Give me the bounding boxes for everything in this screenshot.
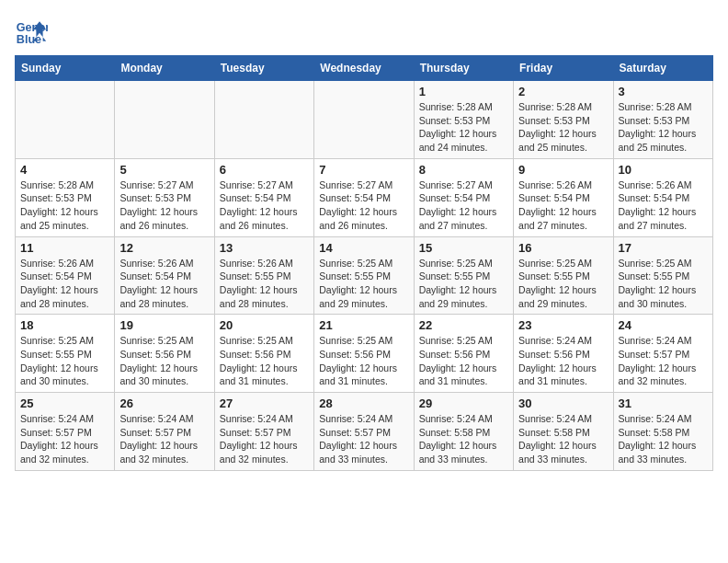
day-number: 25 (20, 396, 109, 410)
calendar-cell: 12Sunrise: 5:26 AM Sunset: 5:54 PM Dayli… (115, 236, 214, 315)
day-info: Sunrise: 5:27 AM Sunset: 5:54 PM Dayligh… (419, 178, 508, 233)
calendar-cell: 13Sunrise: 5:26 AM Sunset: 5:55 PM Dayli… (214, 236, 313, 315)
calendar-week-1: 1Sunrise: 5:28 AM Sunset: 5:53 PM Daylig… (16, 81, 713, 159)
day-number: 6 (220, 163, 309, 177)
calendar-week-4: 18Sunrise: 5:25 AM Sunset: 5:55 PM Dayli… (16, 315, 713, 393)
calendar-week-5: 25Sunrise: 5:24 AM Sunset: 5:57 PM Dayli… (16, 393, 713, 471)
day-number: 19 (119, 318, 209, 332)
day-number: 2 (518, 85, 608, 98)
day-info: Sunrise: 5:24 AM Sunset: 5:58 PM Dayligh… (518, 412, 608, 466)
day-info: Sunrise: 5:24 AM Sunset: 5:57 PM Dayligh… (319, 412, 408, 466)
calendar-cell (214, 81, 313, 159)
day-info: Sunrise: 5:25 AM Sunset: 5:55 PM Dayligh… (419, 257, 508, 311)
day-number: 22 (419, 318, 508, 332)
calendar-cell: 17Sunrise: 5:25 AM Sunset: 5:55 PM Dayli… (613, 236, 712, 315)
logo: General Blue (15, 15, 48, 48)
day-number: 17 (619, 241, 708, 255)
calendar-cell: 7Sunrise: 5:27 AM Sunset: 5:54 PM Daylig… (314, 158, 414, 236)
day-info: Sunrise: 5:25 AM Sunset: 5:56 PM Dayligh… (220, 334, 309, 388)
day-number: 29 (419, 396, 508, 410)
calendar-cell: 26Sunrise: 5:24 AM Sunset: 5:57 PM Dayli… (115, 393, 214, 471)
calendar-week-2: 4Sunrise: 5:28 AM Sunset: 5:53 PM Daylig… (16, 158, 713, 236)
weekday-header-monday: Monday (115, 56, 214, 81)
day-number: 31 (619, 396, 708, 410)
calendar-cell: 8Sunrise: 5:27 AM Sunset: 5:54 PM Daylig… (414, 158, 513, 236)
day-info: Sunrise: 5:25 AM Sunset: 5:55 PM Dayligh… (319, 257, 408, 311)
day-info: Sunrise: 5:28 AM Sunset: 5:53 PM Dayligh… (20, 178, 109, 233)
day-number: 1 (419, 85, 508, 98)
day-info: Sunrise: 5:28 AM Sunset: 5:53 PM Dayligh… (419, 100, 508, 155)
calendar-cell: 18Sunrise: 5:25 AM Sunset: 5:55 PM Dayli… (16, 315, 115, 393)
calendar-cell (115, 81, 214, 159)
calendar-cell: 14Sunrise: 5:25 AM Sunset: 5:55 PM Dayli… (314, 236, 414, 315)
day-number: 14 (319, 241, 408, 255)
weekday-header-saturday: Saturday (613, 56, 712, 81)
day-number: 16 (518, 241, 608, 255)
day-info: Sunrise: 5:25 AM Sunset: 5:56 PM Dayligh… (319, 334, 408, 388)
calendar-cell: 5Sunrise: 5:27 AM Sunset: 5:53 PM Daylig… (115, 158, 214, 236)
weekday-header-tuesday: Tuesday (214, 56, 313, 81)
day-number: 5 (119, 163, 209, 177)
calendar-cell: 3Sunrise: 5:28 AM Sunset: 5:53 PM Daylig… (613, 81, 712, 159)
weekday-header-friday: Friday (514, 56, 613, 81)
day-info: Sunrise: 5:28 AM Sunset: 5:53 PM Dayligh… (518, 100, 608, 155)
day-info: Sunrise: 5:25 AM Sunset: 5:56 PM Dayligh… (119, 334, 209, 388)
day-info: Sunrise: 5:26 AM Sunset: 5:54 PM Dayligh… (20, 257, 109, 311)
day-number: 30 (518, 396, 608, 410)
calendar-cell: 30Sunrise: 5:24 AM Sunset: 5:58 PM Dayli… (514, 393, 613, 471)
day-info: Sunrise: 5:25 AM Sunset: 5:55 PM Dayligh… (20, 334, 109, 388)
day-info: Sunrise: 5:24 AM Sunset: 5:57 PM Dayligh… (119, 412, 209, 466)
calendar-cell: 15Sunrise: 5:25 AM Sunset: 5:55 PM Dayli… (414, 236, 513, 315)
day-number: 11 (20, 241, 109, 255)
day-number: 15 (419, 241, 508, 255)
calendar-table: SundayMondayTuesdayWednesdayThursdayFrid… (15, 55, 713, 471)
day-number: 4 (20, 163, 109, 177)
calendar-cell (314, 81, 414, 159)
day-number: 27 (220, 396, 309, 410)
calendar-cell: 23Sunrise: 5:24 AM Sunset: 5:56 PM Dayli… (514, 315, 613, 393)
day-number: 18 (20, 318, 109, 332)
day-info: Sunrise: 5:28 AM Sunset: 5:53 PM Dayligh… (619, 100, 708, 155)
calendar-cell: 9Sunrise: 5:26 AM Sunset: 5:54 PM Daylig… (514, 158, 613, 236)
calendar-cell: 11Sunrise: 5:26 AM Sunset: 5:54 PM Dayli… (16, 236, 115, 315)
calendar-cell: 1Sunrise: 5:28 AM Sunset: 5:53 PM Daylig… (414, 81, 513, 159)
calendar-cell: 27Sunrise: 5:24 AM Sunset: 5:57 PM Dayli… (214, 393, 313, 471)
weekday-header-wednesday: Wednesday (314, 56, 414, 81)
day-info: Sunrise: 5:25 AM Sunset: 5:55 PM Dayligh… (619, 257, 708, 311)
day-number: 21 (319, 318, 408, 332)
weekday-header-thursday: Thursday (414, 56, 513, 81)
calendar-cell: 31Sunrise: 5:24 AM Sunset: 5:58 PM Dayli… (613, 393, 712, 471)
day-number: 10 (619, 163, 708, 177)
calendar-cell: 10Sunrise: 5:26 AM Sunset: 5:54 PM Dayli… (613, 158, 712, 236)
day-info: Sunrise: 5:24 AM Sunset: 5:58 PM Dayligh… (619, 412, 708, 466)
calendar-week-3: 11Sunrise: 5:26 AM Sunset: 5:54 PM Dayli… (16, 236, 713, 315)
calendar-cell: 24Sunrise: 5:24 AM Sunset: 5:57 PM Dayli… (613, 315, 712, 393)
calendar-cell: 29Sunrise: 5:24 AM Sunset: 5:58 PM Dayli… (414, 393, 513, 471)
day-number: 9 (518, 163, 608, 177)
day-info: Sunrise: 5:25 AM Sunset: 5:56 PM Dayligh… (419, 334, 508, 388)
day-info: Sunrise: 5:26 AM Sunset: 5:54 PM Dayligh… (119, 257, 209, 311)
day-number: 20 (220, 318, 309, 332)
day-info: Sunrise: 5:24 AM Sunset: 5:57 PM Dayligh… (20, 412, 109, 466)
calendar-cell (16, 81, 115, 159)
day-number: 8 (419, 163, 508, 177)
calendar-cell: 22Sunrise: 5:25 AM Sunset: 5:56 PM Dayli… (414, 315, 513, 393)
day-info: Sunrise: 5:24 AM Sunset: 5:56 PM Dayligh… (518, 334, 608, 388)
day-info: Sunrise: 5:24 AM Sunset: 5:57 PM Dayligh… (619, 334, 708, 388)
page-header: General Blue (15, 15, 713, 48)
day-number: 28 (319, 396, 408, 410)
day-info: Sunrise: 5:25 AM Sunset: 5:55 PM Dayligh… (518, 257, 608, 311)
day-number: 24 (619, 318, 708, 332)
weekday-header-sunday: Sunday (16, 56, 115, 81)
calendar-cell: 19Sunrise: 5:25 AM Sunset: 5:56 PM Dayli… (115, 315, 214, 393)
calendar-cell: 6Sunrise: 5:27 AM Sunset: 5:54 PM Daylig… (214, 158, 313, 236)
calendar-cell: 16Sunrise: 5:25 AM Sunset: 5:55 PM Dayli… (514, 236, 613, 315)
day-info: Sunrise: 5:26 AM Sunset: 5:54 PM Dayligh… (619, 178, 708, 233)
day-number: 23 (518, 318, 608, 332)
calendar-cell: 28Sunrise: 5:24 AM Sunset: 5:57 PM Dayli… (314, 393, 414, 471)
calendar-cell: 21Sunrise: 5:25 AM Sunset: 5:56 PM Dayli… (314, 315, 414, 393)
day-number: 12 (119, 241, 209, 255)
day-number: 7 (319, 163, 408, 177)
day-number: 3 (619, 85, 708, 98)
day-info: Sunrise: 5:26 AM Sunset: 5:55 PM Dayligh… (220, 257, 309, 311)
